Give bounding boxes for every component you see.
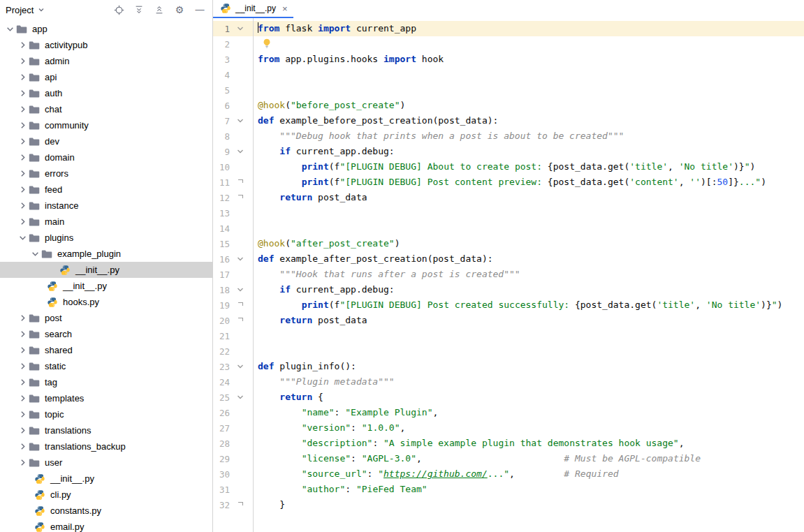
code-line[interactable]: def plugin_info(): (254, 359, 804, 374)
code-line[interactable] (254, 67, 804, 82)
project-view-selector[interactable]: Project (6, 4, 47, 15)
chevron-right-icon[interactable] (17, 346, 29, 354)
line-number[interactable]: 4 (214, 70, 233, 80)
chevron-right-icon[interactable] (17, 186, 29, 193)
collapse-all-icon[interactable] (154, 4, 165, 15)
code-line[interactable] (254, 205, 804, 221)
chevron-right-icon[interactable] (17, 394, 29, 402)
code-line[interactable]: from app.plugins.hooks import hook (254, 52, 804, 67)
code-line[interactable]: } (254, 497, 804, 512)
chevron-right-icon[interactable] (17, 41, 29, 49)
code-line[interactable]: return post_data (254, 313, 804, 328)
locate-file-icon[interactable] (113, 4, 124, 15)
chevron-down-icon[interactable] (17, 234, 29, 242)
line-number[interactable]: 5 (214, 85, 233, 96)
tree-item-search[interactable]: search (0, 326, 212, 342)
chevron-right-icon[interactable] (17, 121, 29, 129)
code-line[interactable]: from flask import current_app (254, 21, 804, 36)
chevron-right-icon[interactable] (17, 459, 29, 466)
line-number[interactable]: 25 (214, 392, 233, 403)
code-line[interactable]: """Plugin metadata""" (254, 374, 804, 390)
hide-panel-icon[interactable]: — (194, 4, 205, 15)
code-line[interactable]: "name": "Example Plugin", (254, 405, 804, 420)
code-line[interactable]: print(f"[PLUGIN DEBUG] Post content prev… (254, 175, 804, 190)
line-number[interactable]: 28 (214, 438, 233, 449)
settings-icon[interactable]: ⚙ (174, 4, 185, 15)
fold-marker[interactable] (233, 195, 248, 201)
tree-item-init-py[interactable]: __init__.py (0, 278, 212, 294)
tree-item-constants-py[interactable]: constants.py (0, 503, 212, 519)
line-number[interactable]: 29 (214, 454, 233, 464)
code-area[interactable]: from flask import current_appfrom app.pl… (254, 18, 804, 532)
tree-item-translations[interactable]: translations (0, 422, 212, 438)
line-number[interactable]: 20 (214, 316, 233, 326)
tree-item-tag[interactable]: tag (0, 374, 212, 390)
line-number[interactable]: 21 (214, 331, 233, 341)
line-number[interactable]: 18 (214, 285, 233, 295)
line-number[interactable]: 26 (214, 408, 233, 418)
fold-marker[interactable] (233, 148, 248, 155)
chevron-down-icon[interactable] (29, 250, 41, 258)
tree-item-activitypub[interactable]: activitypub (0, 37, 212, 53)
line-number[interactable]: 19 (214, 300, 233, 311)
chevron-down-icon[interactable] (4, 25, 16, 33)
line-number[interactable]: 3 (214, 54, 233, 65)
code-line[interactable]: if current_app.debug: (254, 144, 804, 159)
fold-marker[interactable] (233, 502, 248, 508)
tree-item-post[interactable]: post (0, 310, 212, 326)
code-line[interactable]: if current_app.debug: (254, 282, 804, 297)
tree-item-email-py[interactable]: email.py (0, 519, 212, 532)
chevron-right-icon[interactable] (17, 427, 29, 434)
intention-bulb-icon[interactable] (261, 38, 272, 49)
chevron-right-icon[interactable] (17, 57, 29, 65)
code-line[interactable]: """Hook that runs after a post is create… (254, 267, 804, 282)
tree-item-translations-backup[interactable]: translations_backup (0, 438, 212, 455)
line-number[interactable]: 2 (214, 39, 233, 50)
tab-init-py[interactable]: __init__.py × (213, 0, 293, 18)
code-line[interactable] (254, 221, 804, 236)
fold-marker[interactable] (233, 25, 248, 32)
tree-item-dev[interactable]: dev (0, 133, 212, 149)
code-line[interactable]: "author": "PieFed Team" (254, 482, 804, 497)
line-number[interactable]: 31 (214, 485, 233, 495)
code-line[interactable]: return post_data (254, 190, 804, 205)
chevron-right-icon[interactable] (17, 202, 29, 209)
tree-item-errors[interactable]: errors (0, 165, 212, 182)
tree-item-user[interactable]: user (0, 455, 212, 471)
code-line[interactable]: def example_after_post_creation(post_dat… (254, 251, 804, 267)
line-number[interactable]: 1 (214, 24, 233, 34)
code-line[interactable] (254, 343, 804, 359)
tree-item-templates[interactable]: templates (0, 390, 212, 406)
tree-item-shared[interactable]: shared (0, 342, 212, 358)
line-number[interactable]: 6 (214, 101, 233, 111)
tree-item-cli-py[interactable]: cli.py (0, 487, 212, 503)
line-number[interactable]: 10 (214, 162, 233, 172)
tree-item-admin[interactable]: admin (0, 53, 212, 69)
tree-item-init-py[interactable]: __init__.py (0, 262, 212, 278)
code-line[interactable]: @hook("before_post_create") (254, 98, 804, 113)
code-line[interactable]: return { (254, 390, 804, 405)
chevron-right-icon[interactable] (17, 411, 29, 418)
fold-marker[interactable] (233, 256, 248, 263)
tree-item-app[interactable]: app (0, 21, 212, 37)
code-line[interactable]: "version": "1.0.0", (254, 420, 804, 436)
fold-marker[interactable] (233, 363, 248, 370)
tree-item-hooks-py[interactable]: hooks.py (0, 294, 212, 310)
code-line[interactable]: """Debug hook that prints when a post is… (254, 128, 804, 144)
code-line[interactable]: def example_before_post_creation(post_da… (254, 113, 804, 128)
tree-item-auth[interactable]: auth (0, 85, 212, 101)
line-number[interactable]: 15 (214, 239, 233, 249)
chevron-right-icon[interactable] (17, 89, 29, 97)
code-line[interactable]: "source_url": "https://github.com/...", … (254, 466, 804, 482)
line-number[interactable]: 16 (214, 254, 233, 265)
line-number[interactable]: 7 (214, 116, 233, 126)
chevron-right-icon[interactable] (17, 330, 29, 338)
tree-item-api[interactable]: api (0, 69, 212, 85)
tree-item-community[interactable]: community (0, 117, 212, 133)
fold-marker[interactable] (233, 318, 248, 324)
code-line[interactable] (254, 328, 804, 343)
close-tab-icon[interactable]: × (282, 4, 288, 13)
chevron-right-icon[interactable] (17, 73, 29, 81)
line-number[interactable]: 30 (214, 469, 233, 480)
line-number[interactable]: 8 (214, 131, 233, 142)
